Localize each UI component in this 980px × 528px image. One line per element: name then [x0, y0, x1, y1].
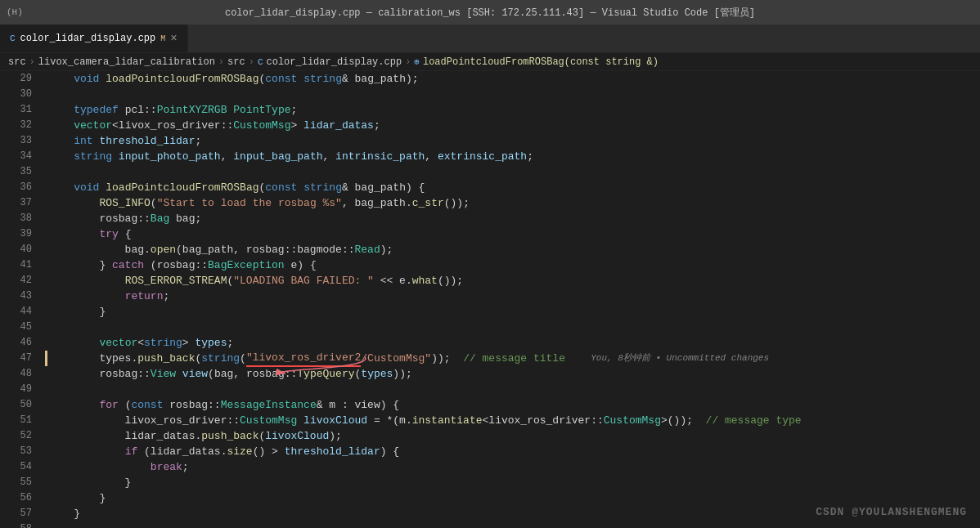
plain-token: ( [227, 273, 233, 289]
breadcrumb-part-livox[interactable]: livox_camera_lidar_calibration [38, 56, 215, 68]
code-area[interactable]: void loadPointcloudFromROSBag(const stri… [45, 71, 980, 528]
line-number: 39 [0, 226, 38, 242]
plain-token: rosbag:: [48, 366, 151, 382]
plain-token: )); [393, 366, 411, 382]
title-text: color_lidar_display.cpp — calibration_ws… [225, 6, 755, 20]
plain-token: ( [258, 428, 265, 444]
kw-token: int [74, 133, 92, 149]
str-token: /CustomMsg" [361, 351, 431, 366]
code-line: vector<string> types; [48, 335, 980, 351]
plain-token: >()); [661, 413, 706, 428]
kw-token: string [303, 180, 342, 195]
tab-close-button[interactable]: × [170, 32, 177, 45]
plain-token [48, 273, 125, 289]
plain-token: ( [258, 71, 265, 87]
plain-token: , [425, 149, 438, 164]
breadcrumb-part-file[interactable]: color_lidar_display.cpp [266, 56, 402, 68]
breadcrumb-part-src[interactable]: src [8, 56, 26, 68]
plain-token: () > [253, 444, 285, 459]
var-token: input_photo_path [119, 149, 221, 164]
plain-token: (lidar_datas. [137, 444, 227, 459]
plain-token [227, 102, 233, 118]
code-line: } [48, 475, 980, 490]
plain-token [93, 133, 100, 149]
code-line: typedef pcl::PointXYZRGB PointType; [48, 102, 980, 118]
type-token: vector [99, 335, 137, 351]
code-line: } [48, 304, 980, 320]
breadcrumb-part-src2[interactable]: src [227, 56, 245, 68]
line-number: 31 [0, 102, 38, 118]
var-token: input_bag_path [233, 149, 322, 164]
var-token: types [361, 366, 393, 382]
code-line: types.push_back(string("livox_ros_driver… [48, 351, 980, 366]
code-line: try { [48, 226, 980, 242]
line-number: 52 [0, 428, 38, 444]
plain-token: > [290, 118, 303, 133]
window-hint: (H) [7, 7, 23, 17]
plain-token: , [323, 149, 336, 164]
code-line: rosbag::Bag bag; [48, 211, 980, 226]
plain-token: ; [227, 335, 233, 351]
func-token: what [412, 273, 438, 289]
code-line [48, 320, 980, 335]
title-bar: (H) color_lidar_display.cpp — calibratio… [0, 0, 980, 25]
kw-token: string [303, 71, 342, 87]
type-token: View [151, 366, 176, 382]
var-token: threshold_lidar [99, 133, 195, 149]
var-token: livoxCloud [265, 428, 329, 444]
plain-token [48, 71, 74, 87]
kw2-token: if [125, 444, 138, 459]
active-tab[interactable]: C color_lidar_display.cpp M × [0, 24, 188, 52]
kw-token: typedef [74, 102, 119, 118]
breadcrumb: src › livox_camera_lidar_calibration › s… [0, 53, 980, 71]
line-number: 51 [0, 413, 38, 428]
func-token: size [227, 444, 252, 459]
plain-token: > [182, 335, 196, 351]
tab-filename: color_lidar_display.cpp [20, 33, 156, 44]
code-line: string input_photo_path, input_bag_path,… [48, 149, 980, 164]
plain-token: < [137, 335, 144, 351]
plain-token: lidar_datas. [48, 428, 201, 444]
code-line [48, 87, 980, 102]
line-number: 56 [0, 490, 38, 506]
line-number: 30 [0, 87, 38, 102]
code-line: void loadPointcloudFromROSBag(const stri… [48, 180, 980, 195]
code-line [48, 164, 980, 180]
plain-token: & m : view) { [317, 397, 399, 413]
plain-token [48, 289, 125, 304]
line-number: 54 [0, 459, 38, 475]
editor: 2930313233343536373839404142434445464748… [0, 71, 980, 528]
plain-token: } [48, 506, 80, 521]
kw2-token: try [99, 226, 118, 242]
breadcrumb-part-func[interactable]: loadPointcloudFromROSBag(const string &) [423, 56, 659, 68]
code-line: break; [48, 459, 980, 475]
plain-token: pcl:: [119, 102, 157, 118]
plain-token: & bag_path) { [342, 180, 425, 195]
func-token: loadPointcloudFromROSBag [106, 180, 258, 195]
plain-token [48, 459, 151, 475]
plain-token: << e. [374, 273, 412, 289]
line-number: 35 [0, 164, 38, 180]
kw-token: const [265, 180, 297, 195]
plain-token: )); [431, 351, 463, 366]
type-token: vector [74, 118, 112, 133]
line-number: 41 [0, 257, 38, 273]
code-line: rosbag::View view(bag, rosbag::TypeQuery… [48, 366, 980, 382]
line-number: 53 [0, 444, 38, 459]
str-token: "LOADING BAG FAILED: " [233, 273, 374, 289]
breadcrumb-file-icon: C [258, 57, 263, 67]
plain-token: (bag_path, rosbag::bagmode:: [176, 242, 354, 257]
type-token: MessageInstance [221, 397, 317, 413]
plain-token [297, 180, 303, 195]
func-token: push_back [201, 428, 258, 444]
type-token: PointXYZRGB [157, 102, 227, 118]
func-token: open [151, 242, 176, 257]
line-number: 45 [0, 320, 38, 335]
line-number: 47 [0, 351, 38, 366]
line-number: 29 [0, 71, 38, 87]
line-number: 46 [0, 335, 38, 351]
code-line: for (const rosbag::MessageInstance& m : … [48, 397, 980, 413]
code-line: } [48, 490, 980, 506]
code-line: livox_ros_driver::CustomMsg livoxCloud =… [48, 413, 980, 428]
plain-token: , [221, 149, 234, 164]
